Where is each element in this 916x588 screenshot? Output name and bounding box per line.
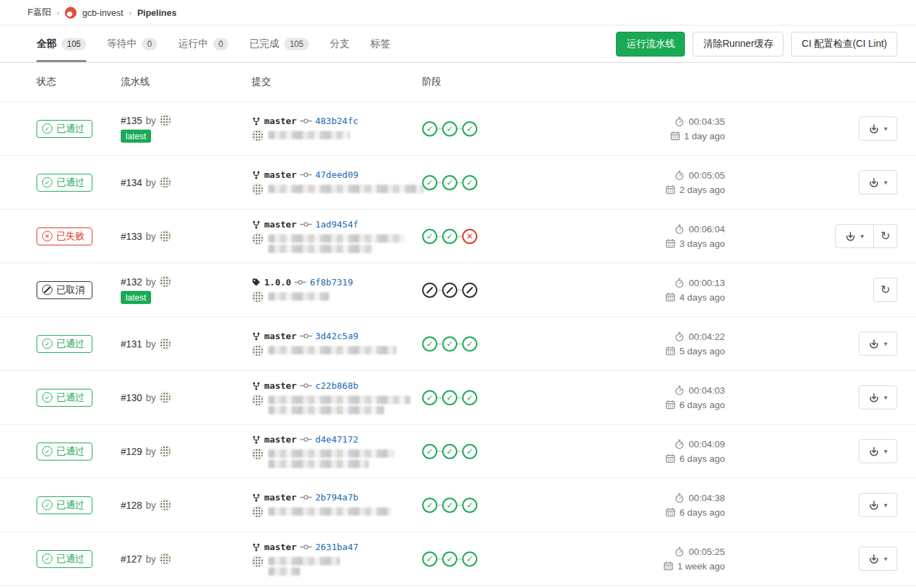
pipeline-id-link[interactable]: #127 bbox=[121, 554, 142, 565]
stage-icon[interactable]: ✓ bbox=[422, 444, 437, 459]
pipeline-id-link[interactable]: #129 bbox=[121, 446, 142, 457]
status-badge[interactable]: ✓ 已通过 bbox=[37, 120, 92, 138]
stage-icon[interactable]: ✓ bbox=[442, 336, 457, 352]
user-avatar[interactable] bbox=[159, 392, 171, 403]
stage-icon[interactable]: ✓ bbox=[442, 229, 457, 244]
committer-avatar[interactable] bbox=[252, 130, 263, 141]
stage-icon[interactable]: ✓ bbox=[462, 121, 477, 136]
breadcrumb-project-link[interactable]: gcb-invest bbox=[82, 8, 123, 18]
stage-icon[interactable] bbox=[442, 283, 457, 298]
status-badge[interactable]: ✓ 已通过 bbox=[37, 389, 92, 407]
committer-avatar[interactable] bbox=[252, 183, 263, 195]
ref-link[interactable]: master bbox=[264, 492, 297, 503]
tab-finished[interactable]: 已完成 105 bbox=[249, 26, 309, 62]
stage-icon[interactable]: ✓ bbox=[422, 175, 437, 190]
committer-avatar[interactable] bbox=[252, 233, 263, 245]
user-avatar[interactable] bbox=[159, 499, 171, 511]
commit-sha-link[interactable]: 3d42c5a9 bbox=[315, 331, 359, 341]
stage-icon[interactable]: ✓ bbox=[462, 336, 477, 352]
stage-icon[interactable]: ✓ bbox=[462, 551, 477, 567]
artifacts-button[interactable]: ▾ bbox=[859, 116, 897, 141]
tab-all[interactable]: 全部 105 bbox=[37, 26, 86, 62]
stage-icon[interactable]: ✓ bbox=[422, 121, 437, 136]
ref-link[interactable]: master bbox=[264, 542, 297, 552]
pipeline-id-link[interactable]: #135 bbox=[121, 115, 142, 126]
commit-sha-link[interactable]: c22b868b bbox=[315, 381, 359, 391]
retry-button[interactable]: ↻ bbox=[873, 224, 897, 248]
stage-icon[interactable]: ✓ bbox=[462, 498, 477, 513]
user-avatar[interactable] bbox=[159, 338, 171, 349]
pipeline-id-link[interactable]: #132 bbox=[121, 276, 142, 287]
stage-icon[interactable]: ✓ bbox=[462, 444, 477, 459]
stage-icon[interactable] bbox=[422, 283, 437, 298]
pipeline-id-link[interactable]: #130 bbox=[121, 392, 142, 403]
tab-pending[interactable]: 等待中 0 bbox=[107, 26, 157, 62]
tab-running[interactable]: 运行中 0 bbox=[178, 26, 228, 62]
status-badge[interactable]: ✓ 已通过 bbox=[37, 496, 92, 514]
breadcrumb-user-link[interactable]: F嘉阳 bbox=[28, 6, 51, 19]
committer-avatar[interactable] bbox=[252, 506, 263, 518]
stage-icon[interactable]: ✓ bbox=[442, 498, 457, 513]
artifacts-button[interactable]: ▾ bbox=[835, 224, 874, 248]
ref-link[interactable]: master bbox=[264, 116, 297, 126]
stage-icon[interactable]: ✓ bbox=[462, 390, 477, 405]
status-badge[interactable]: ✓ 已通过 bbox=[37, 335, 92, 353]
stage-icon[interactable]: ✕ bbox=[462, 229, 477, 244]
committer-avatar[interactable] bbox=[252, 556, 263, 567]
user-avatar[interactable] bbox=[159, 553, 171, 565]
artifacts-button[interactable]: ▾ bbox=[859, 547, 897, 571]
stage-icon[interactable]: ✓ bbox=[422, 551, 437, 567]
clear-runner-cache-button[interactable]: 清除Runner缓存 bbox=[693, 32, 784, 57]
stage-icon[interactable] bbox=[462, 283, 477, 298]
stage-icon[interactable]: ✓ bbox=[422, 336, 437, 352]
ref-link[interactable]: master bbox=[264, 434, 297, 445]
commit-sha-link[interactable]: 2631ba47 bbox=[315, 542, 359, 552]
user-avatar[interactable] bbox=[159, 230, 171, 242]
stage-icon[interactable]: ✓ bbox=[442, 121, 457, 136]
stage-icon[interactable]: ✓ bbox=[422, 229, 437, 244]
commit-sha-link[interactable]: 2b794a7b bbox=[315, 492, 359, 503]
commit-sha-link[interactable]: 1ad9454f bbox=[315, 219, 359, 230]
ref-link[interactable]: master bbox=[264, 170, 297, 180]
committer-avatar[interactable] bbox=[252, 448, 263, 460]
ref-link[interactable]: 1.0.0 bbox=[264, 277, 291, 287]
status-badge[interactable]: ✓ 已通过 bbox=[37, 174, 92, 192]
stage-icon[interactable]: ✓ bbox=[442, 390, 457, 405]
retry-button[interactable]: ↻ bbox=[873, 278, 897, 302]
artifacts-button[interactable]: ▾ bbox=[859, 439, 897, 463]
commit-sha-link[interactable]: 483b24fc bbox=[315, 116, 359, 126]
stage-icon[interactable]: ✓ bbox=[442, 444, 457, 459]
artifacts-button[interactable]: ▾ bbox=[859, 385, 897, 409]
pipeline-id-link[interactable]: #128 bbox=[121, 500, 142, 511]
ref-link[interactable]: master bbox=[264, 331, 297, 341]
ci-lint-button[interactable]: CI 配置检查(CI Lint) bbox=[791, 32, 897, 57]
commit-sha-link[interactable]: 47deed09 bbox=[315, 170, 359, 180]
artifacts-button[interactable]: ▾ bbox=[859, 170, 897, 194]
pipeline-id-link[interactable]: #131 bbox=[121, 338, 142, 349]
stage-icon[interactable]: ✓ bbox=[422, 498, 437, 513]
stage-icon[interactable]: ✓ bbox=[462, 175, 477, 190]
user-avatar[interactable] bbox=[159, 176, 171, 188]
stage-icon[interactable]: ✓ bbox=[442, 551, 457, 567]
user-avatar[interactable] bbox=[159, 114, 171, 126]
commit-sha-link[interactable]: 6f8b7319 bbox=[310, 277, 353, 287]
user-avatar[interactable] bbox=[159, 276, 171, 287]
user-avatar[interactable] bbox=[159, 445, 171, 457]
committer-avatar[interactable] bbox=[252, 345, 263, 356]
run-pipeline-button[interactable]: 运行流水线 bbox=[616, 32, 685, 57]
tab-branches[interactable]: 分支 bbox=[330, 26, 350, 62]
commit-sha-link[interactable]: d4e47172 bbox=[315, 434, 359, 445]
ref-link[interactable]: master bbox=[264, 219, 297, 230]
status-badge[interactable]: ✓ 已通过 bbox=[37, 550, 92, 568]
stage-icon[interactable]: ✓ bbox=[422, 390, 437, 405]
status-badge[interactable]: ✓ 已通过 bbox=[37, 443, 92, 460]
stage-icon[interactable]: ✓ bbox=[442, 175, 457, 190]
committer-avatar[interactable] bbox=[252, 291, 263, 303]
ref-link[interactable]: master bbox=[264, 381, 297, 391]
artifacts-button[interactable]: ▾ bbox=[859, 493, 897, 517]
project-avatar[interactable] bbox=[65, 7, 77, 19]
pipeline-id-link[interactable]: #133 bbox=[121, 231, 142, 242]
artifacts-button[interactable]: ▾ bbox=[859, 332, 897, 356]
tab-tags[interactable]: 标签 bbox=[370, 26, 390, 62]
status-badge[interactable]: ✕ 已失败 bbox=[37, 227, 92, 245]
